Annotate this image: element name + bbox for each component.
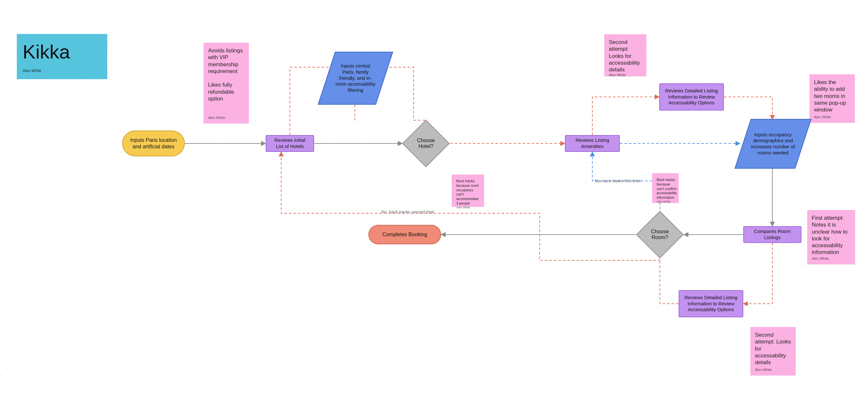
- sticky-backtrack-access[interactable]: Back tracks because can't confirm access…: [652, 173, 679, 203]
- edge-label-no-first: No, back tracks first time: [595, 178, 641, 183]
- sticky-text: First attempt: Notes it is unclear how t…: [812, 215, 850, 256]
- node-reviews-initial[interactable]: Reviews Initial List of Hotels: [266, 135, 314, 152]
- title-text: Kikka: [23, 40, 70, 64]
- sticky-avoids-vip[interactable]: Avoids listings with VIP membership requ…: [204, 43, 249, 123]
- node-label: Inputs Paris location and artificial dat…: [130, 137, 177, 150]
- sticky-likes-two-rooms[interactable]: Likes the ability to add two rooms in sa…: [809, 74, 855, 123]
- node-label: Reviews Initial List of Hotels: [271, 137, 309, 150]
- node-completes-booking[interactable]: Completes Booking: [368, 225, 441, 244]
- sticky-second-attempt-bottom[interactable]: Second attempt: Looks for accessability …: [750, 327, 796, 375]
- sticky-text: Second attempt: Looks for accessability …: [609, 39, 642, 73]
- sticky-text: Likes the ability to add two rooms in sa…: [814, 79, 850, 113]
- sticky-author: Alex White: [208, 116, 225, 120]
- node-label: Reviews Detailed Listing Information to …: [684, 295, 738, 313]
- node-label: Reviews Detailed Listing Information to …: [664, 88, 719, 106]
- title-card[interactable]: Kikka Alex White: [17, 34, 107, 79]
- sticky-author: Alex White: [657, 200, 671, 203]
- node-inputs-occupancy[interactable]: Inputs occupancy demographics and increa…: [743, 119, 803, 169]
- node-start[interactable]: Inputs Paris location and artificial dat…: [122, 130, 185, 156]
- sticky-author: Alex White: [814, 115, 831, 120]
- node-label: Inputs central Paris, family friendly, a…: [327, 52, 384, 105]
- sticky-author: Alex White: [456, 206, 470, 210]
- node-input-filters[interactable]: Inputs central Paris, family friendly, a…: [327, 52, 384, 105]
- node-compares-rooms[interactable]: Compares Room Listings: [743, 226, 801, 243]
- sticky-text: Back tracks because room occupancy can't…: [456, 179, 479, 206]
- sticky-backtrack-occupancy[interactable]: Back tracks because room occupancy can't…: [452, 175, 484, 207]
- sticky-second-attempt-top[interactable]: Second attempt: Looks for accessability …: [604, 34, 646, 76]
- node-label: Choose Room?: [643, 218, 677, 251]
- title-author: Alex White: [23, 68, 41, 73]
- node-choose-hotel[interactable]: Choose Hotel?: [409, 127, 443, 160]
- node-reviews-detail-lower[interactable]: Reviews Detailed Listing Information to …: [679, 290, 743, 317]
- sticky-author: Alex White: [812, 257, 829, 261]
- node-choose-room[interactable]: Choose Room?: [643, 218, 677, 251]
- edges-layer: [0, 0, 868, 411]
- sticky-text: Second attempt: Looks for accessability …: [755, 331, 791, 366]
- node-label: Compares Room Listings: [748, 228, 796, 241]
- diagram-canvas[interactable]: Kikka Alex White Avoids listings with VI…: [0, 0, 868, 411]
- sticky-author: Alex White: [609, 73, 626, 77]
- node-label: Choose Hotel?: [409, 127, 443, 160]
- sticky-text: Back tracks because can't confirm access…: [657, 178, 677, 200]
- node-reviews-amenities[interactable]: Reviews Listing Amentities: [565, 135, 620, 152]
- sticky-first-attempt[interactable]: First attempt: Notes it is unclear how t…: [807, 210, 855, 264]
- node-label: Inputs occupancy demographics and increa…: [743, 119, 803, 169]
- node-label: Reviews Listing Amentities: [570, 137, 615, 150]
- node-label: Completes Booking: [382, 231, 427, 238]
- node-reviews-detail-upper[interactable]: Reviews Detailed Listing Information to …: [659, 83, 724, 110]
- sticky-text: Avoids listings with VIP membership requ…: [208, 47, 244, 102]
- edge-label-no-second: No, back tracks second time: [381, 210, 434, 214]
- sticky-author: Alex White: [755, 368, 772, 372]
